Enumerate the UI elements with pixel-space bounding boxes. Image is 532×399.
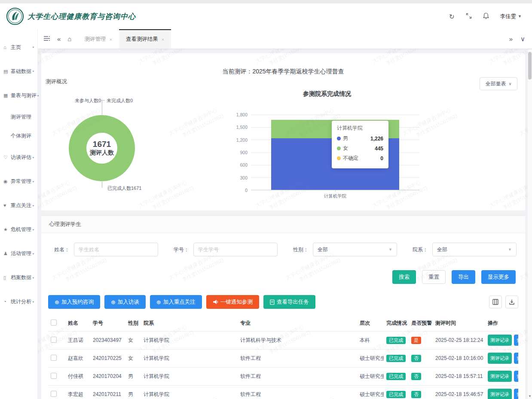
assessment-record-button[interactable]: 测评记录 — [488, 389, 512, 399]
assessment-overview-card: 当前测评：2025年春季学期返校学生心理普查 测评概况 全部量表 ∨ 参测院系完… — [41, 53, 525, 210]
cell-actions: 测评记录查看报告 — [485, 331, 518, 349]
sidebar-item-statistics[interactable]: ◔ 统计分析 ▼ — [0, 289, 37, 314]
sidebar-item-crisis[interactable]: ★ 危机管理 ▼ — [0, 217, 37, 241]
column-settings-icon-button[interactable] — [489, 295, 502, 308]
bar-x-axis-label: 计算机学院 — [251, 193, 419, 199]
chevron-down-icon: ▼ — [32, 228, 35, 231]
scroll-tabs-left-icon[interactable]: « — [57, 36, 61, 42]
row-checkbox[interactable] — [51, 391, 57, 397]
reset-button[interactable]: 重置 — [422, 270, 446, 284]
plus-circle-icon: ⊕ — [55, 299, 59, 305]
cell-actions: 测评记录查看报告 — [485, 349, 518, 367]
main-content: 当前测评：2025年春季学期返校学生心理普查 测评概况 全部量表 ∨ 参测院系完… — [38, 49, 532, 399]
student-id-filter-input[interactable] — [198, 247, 273, 253]
donut-total-label: 测评人数 — [90, 149, 114, 157]
row-checkbox[interactable] — [51, 337, 57, 343]
cell-actions: 测评记录查看报告 — [485, 367, 518, 385]
sidebar-item-abnormal[interactable]: ◉ 异常管理 ▼ — [0, 169, 37, 193]
export-button[interactable]: 导出 — [452, 270, 475, 284]
show-more-button[interactable]: 显示更多 — [481, 270, 516, 284]
row-checkbox[interactable] — [51, 355, 57, 361]
tab-options-icon[interactable]: ∨ — [520, 36, 525, 42]
column-header-层次: 层次 — [357, 316, 384, 331]
tab-测评管理[interactable]: 测评管理× — [77, 29, 119, 49]
cell-level: 硕士研究生 — [357, 349, 384, 367]
current-assessment-title: 当前测评：2025年春季学期返校学生心理普查 — [41, 68, 525, 76]
students-table: 姓名学号性别院系专业层次完成情况是否预警测评时间操作 王昌诺 202340349… — [48, 316, 518, 399]
view-export-tasks-button[interactable]: 查看导出任务 — [263, 295, 315, 309]
add-key-focus-button[interactable]: ⊕加入重点关注 — [150, 295, 202, 309]
close-tab-icon[interactable]: × — [162, 37, 164, 42]
sidebar-item-basic-data[interactable]: ▤ 基础数据 ▼ — [0, 59, 37, 83]
assessment-record-button[interactable]: 测评记录 — [488, 371, 512, 382]
participation-donut-chart: 未参与人数0 未完成人数0 1671 测评人数 已完成人数1671 — [54, 94, 196, 201]
fullscreen-icon[interactable] — [466, 13, 472, 20]
people-icon: ♟ — [3, 251, 9, 256]
scrollbar-down-arrow[interactable]: ▼ — [528, 394, 532, 398]
sidebar-subitem-个体测评[interactable]: 个体测评 — [0, 126, 37, 145]
cell-time: 2025-02-18 10:16:00 — [433, 349, 485, 367]
select-all-checkbox[interactable] — [51, 320, 57, 326]
plus-circle-icon: ⊕ — [111, 299, 116, 305]
scrollbar-thumb[interactable] — [528, 52, 532, 79]
file-icon — [270, 299, 275, 305]
scroll-tabs-right-icon[interactable]: » — [509, 36, 513, 42]
sidebar-item-scales[interactable]: ▦ 量表与测评 ▲ — [0, 83, 37, 107]
view-report-button[interactable]: 查看报告 — [514, 335, 518, 346]
view-report-button[interactable]: 查看报告 — [514, 389, 518, 399]
assessment-record-button[interactable]: 测评记录 — [488, 335, 512, 346]
scale-filter-dropdown[interactable]: 全部量表 ∨ — [480, 77, 517, 90]
cell-department: 计算机学院 — [141, 349, 238, 367]
department-filter-select[interactable]: 全部 ▼ — [432, 243, 517, 256]
view-report-button[interactable]: 查看报告 — [514, 371, 518, 382]
menu-collapse-icon[interactable] — [44, 36, 50, 42]
search-button[interactable]: 搜索 — [392, 270, 416, 284]
center-logo-icon — [6, 7, 24, 25]
refresh-icon[interactable]: ↻ — [449, 13, 455, 20]
window-scrollbar[interactable]: ▼ — [528, 49, 532, 399]
tooltip-row: 不确定0 — [337, 155, 383, 162]
cell-level: 本科 — [357, 331, 384, 349]
chevron-down-icon: ▼ — [32, 276, 35, 279]
user-menu[interactable]: 李佳雯 ▼ — [500, 13, 522, 20]
notify-participation-button[interactable]: 一键通知参测 — [206, 295, 259, 309]
donut-callout-finished: 已完成人数1671 — [107, 185, 141, 192]
sidebar-item-activity[interactable]: ♟ 活动管理 ▼ — [0, 241, 37, 265]
home-tab-icon[interactable]: ⌂ — [67, 36, 71, 42]
status-badge: 已完成 — [386, 355, 406, 362]
export-image-icon-button[interactable] — [505, 295, 518, 308]
column-header-学号: 学号 — [90, 316, 125, 331]
tab-查看测评结果[interactable]: 查看测评结果× — [119, 29, 171, 49]
y-axis-tick: 1,500 — [236, 125, 248, 130]
close-tab-icon[interactable]: × — [109, 37, 112, 42]
cell-major: 软件工程 — [238, 367, 357, 385]
table-row: 付佳祺 2420170204 男 计算机学院 软件工程 硕士研究生 已完成 否 … — [48, 367, 518, 385]
name-filter-input[interactable] — [79, 247, 153, 253]
sidebar-subitem-测评管理[interactable]: 测评管理 — [0, 107, 37, 126]
alert-icon: ◉ — [3, 179, 9, 184]
table-row: 王昌诺 2023403497 女 计算机学院 计算机科学与技术 本科 已完成 是… — [48, 331, 518, 349]
sidebar-item-key-focus[interactable]: ♥ 重点关注 ▼ — [0, 193, 37, 217]
cell-department: 计算机学院 — [141, 367, 238, 385]
cell-name: 付佳祺 — [65, 367, 90, 385]
cell-major: 计算机科学与技术 — [238, 331, 357, 349]
app-header: 大学生心理健康教育与咨询中心 ↻ 李佳雯 ▼ — [0, 3, 532, 29]
sidebar-item-interview[interactable]: ♡ 访谈评估 ▼ — [0, 145, 37, 169]
cell-time: 2025-02-25 18:12:24 — [433, 331, 485, 349]
sidebar-item-archive[interactable]: ▯ 档案数据 ▼ — [0, 265, 37, 289]
cell-time: 2025-02-18 15:46:57 — [433, 385, 485, 399]
scale-table-icon: ▦ — [3, 93, 9, 98]
notification-bell-icon[interactable] — [483, 12, 489, 20]
assessment-record-button[interactable]: 测评记录 — [488, 353, 512, 364]
view-report-button[interactable]: 查看报告 — [514, 353, 518, 364]
table-row: 李宏超 2420170211 男 计算机学院 软件工程 硕士研究生 已完成 否 … — [48, 385, 518, 399]
sidebar-item-home[interactable]: ⌂ 主页 ▼ — [0, 35, 37, 59]
add-appointment-counseling-button[interactable]: ⊕加入预约咨询 — [48, 295, 100, 309]
chevron-down-icon: ▼ — [32, 300, 35, 303]
donut-callout-not-finished: 未完成人数0 — [107, 97, 133, 104]
gender-filter-select[interactable]: 全部 ▼ — [313, 243, 397, 256]
add-interview-button[interactable]: ⊕加入访谈 — [104, 295, 146, 309]
row-checkbox[interactable] — [51, 373, 57, 379]
action-buttons: ⊕加入预约咨询⊕加入访谈⊕加入重点关注一键通知参测查看导出任务 — [48, 295, 315, 309]
table-header-row: 姓名学号性别院系专业层次完成情况是否预警测评时间操作 — [48, 316, 518, 331]
